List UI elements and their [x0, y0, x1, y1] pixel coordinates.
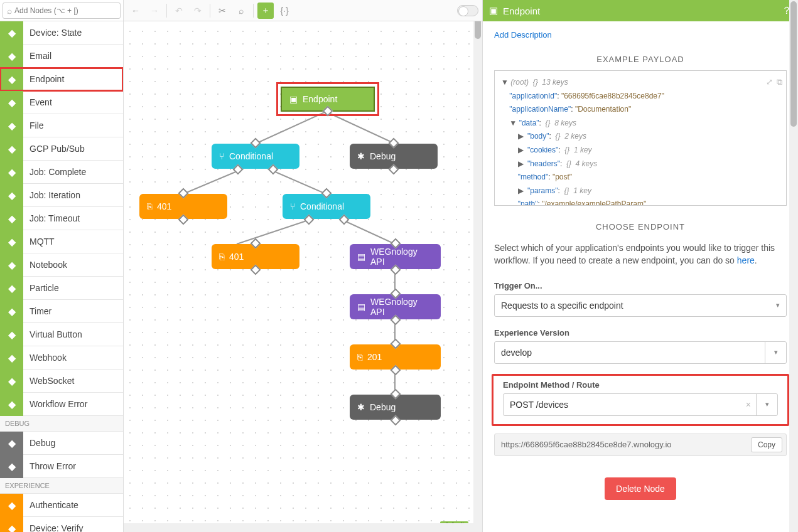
copy-icon[interactable]: ⧉ [777, 75, 782, 89]
node-search-input[interactable] [14, 6, 116, 15]
node-item-device-verify[interactable]: ◆Device: Verify [0, 517, 123, 532]
back-button[interactable]: ← [127, 3, 144, 19]
node-item-job-complete[interactable]: ◆Job: Complete [0, 161, 123, 184]
right-panel-header: ▣ Endpoint ？ [483, 0, 798, 21]
node-item-job-iteration[interactable]: ◆Job: Iteration [0, 184, 123, 207]
section-header-experience: EXPERIENCE [0, 478, 123, 494]
choose-endpoint-title: CHOOSE ENDPOINT [483, 216, 798, 238]
trigger-on-select[interactable]: Requests to a specific endpoint ▾ [494, 294, 787, 317]
node-label: Conditional [300, 201, 344, 211]
node-item-authenticate[interactable]: ◆Authenticate [0, 494, 123, 517]
chevron-down-icon: ▾ [774, 348, 778, 356]
node-icon: ◆ [0, 370, 23, 393]
node-item-gcp-pub-sub[interactable]: ◆GCP Pub/Sub [0, 137, 123, 161]
delete-node-button[interactable]: Delete Node [605, 477, 676, 500]
canvas-node-endpoint[interactable]: ▣ Endpoint [281, 87, 375, 112]
node-item-label: Virtual Button [23, 329, 82, 339]
reply-icon: ⎘ [357, 352, 362, 362]
node-icon: ◆ [0, 68, 23, 91]
node-label: WEGnology API [370, 297, 433, 317]
node-item-event[interactable]: ◆Event [0, 91, 123, 114]
node-item-label: GCP Pub/Sub [23, 144, 85, 154]
redo-button[interactable]: ↷ [190, 3, 206, 19]
node-item-debug[interactable]: ◆Debug [0, 432, 123, 455]
node-icon: ◆ [0, 91, 23, 114]
node-item-notebook[interactable]: ◆Notebook [0, 253, 123, 277]
node-item-label: Authenticate [23, 500, 78, 510]
copy-button[interactable]: Copy [751, 437, 782, 452]
node-item-websocket[interactable]: ◆WebSocket [0, 370, 123, 393]
undo-button[interactable]: ↶ [171, 3, 187, 19]
canvas-node-conditional-1[interactable]: ⑂ Conditional [212, 144, 299, 169]
node-list[interactable]: ◆Device: State◆Email◆Endpoint◆Event◆File… [0, 21, 123, 532]
node-search[interactable]: ⌕ [3, 3, 121, 19]
node-item-label: Device: Verify [23, 523, 84, 532]
experience-version-label: Experience Version [494, 328, 787, 338]
forward-button[interactable]: → [146, 3, 163, 19]
node-item-workflow-error[interactable]: ◆Workflow Error [0, 393, 123, 416]
node-label: Debug [370, 402, 396, 412]
right-panel-title: Endpoint [503, 6, 540, 16]
canvas-node-api-1[interactable]: ▤ WEGnology API [350, 244, 441, 269]
canvas-node-debug-1[interactable]: ✱ Debug [350, 144, 438, 169]
canvas-node-api-2[interactable]: ▤ WEGnology API [350, 294, 441, 319]
node-icon: ◆ [0, 432, 23, 455]
search-icon: ⌕ [7, 6, 12, 16]
endpoint-url: https://668695f6cae88b2845ce8de7.wnology… [501, 440, 751, 449]
experience-version-select[interactable]: develop ▾ [494, 341, 787, 364]
node-item-email[interactable]: ◆Email [0, 45, 123, 68]
add-description-link[interactable]: Add Description [483, 21, 798, 48]
canvas-vscroll[interactable] [473, 0, 482, 532]
node-item-particle[interactable]: ◆Particle [0, 277, 123, 300]
right-vscroll[interactable] [789, 0, 798, 532]
left-panel: ⌕ ◆Device: State◆Email◆Endpoint◆Event◆Fi… [0, 0, 124, 532]
canvas-node-conditional-2[interactable]: ⑂ Conditional [283, 194, 370, 219]
canvas-node-401a[interactable]: ⎘ 401 [139, 194, 227, 219]
payload-box[interactable]: ⤢⧉ ▼ (root) {} 13 keys "applicationId": … [494, 70, 787, 206]
here-link[interactable]: here [737, 255, 755, 265]
node-item-webhook[interactable]: ◆Webhook [0, 346, 123, 370]
canvas-node-401b[interactable]: ⎘ 401 [212, 244, 299, 269]
canvas-hscroll[interactable] [124, 523, 482, 532]
node-icon: ◆ [0, 323, 23, 346]
left-toolbar: ⌕ [0, 0, 123, 21]
node-item-device-state[interactable]: ◆Device: State [0, 21, 123, 45]
api-icon: ▤ [357, 252, 365, 262]
right-panel: ▣ Endpoint ？ Add Description EXAMPLE PAY… [482, 0, 798, 532]
clear-icon[interactable]: × [746, 400, 751, 410]
node-label: 401 [229, 252, 244, 262]
node-label: 201 [367, 352, 382, 362]
canvas[interactable]: ← → ↶ ↷ ✂ ⌕ ＋ {·} [124, 0, 482, 532]
node-item-label: Debug [23, 438, 55, 448]
endpoint-icon: ▣ [489, 5, 498, 16]
canvas-node-debug-2[interactable]: ✱ Debug [350, 395, 441, 420]
endpoint-route-select[interactable]: POST /devices × ▾ [503, 393, 778, 416]
canvas-node-201[interactable]: ⎘ 201 [350, 344, 441, 370]
trigger-on-label: Trigger On... [494, 281, 787, 290]
node-icon: ◆ [0, 455, 23, 478]
trigger-on-value: Requests to a specific endpoint [501, 301, 623, 311]
zoom-button[interactable]: ⌕ [233, 3, 249, 19]
node-label: 401 [157, 201, 171, 211]
node-item-job-timeout[interactable]: ◆Job: Timeout [0, 207, 123, 230]
node-icon: ◆ [0, 253, 23, 277]
view-toggle[interactable] [457, 5, 478, 16]
cut-button[interactable]: ✂ [214, 3, 230, 19]
node-item-endpoint[interactable]: ◆Endpoint [0, 68, 123, 91]
node-item-file[interactable]: ◆File [0, 114, 123, 137]
endpoint-icon: ▣ [289, 94, 298, 104]
node-icon: ◆ [0, 45, 23, 68]
code-button[interactable]: {·} [276, 3, 293, 19]
node-item-label: Notebook [23, 260, 67, 270]
api-icon: ▤ [357, 302, 365, 312]
add-button[interactable]: ＋ [257, 3, 274, 19]
canvas-inner[interactable]: ▣ Endpoint ⑂ Conditional ✱ Debug ⎘ 401 ⑂ [124, 21, 482, 532]
node-icon: ◆ [0, 207, 23, 230]
expand-icon[interactable]: ⤢ [766, 75, 773, 89]
bug-icon: ✱ [357, 402, 365, 412]
node-item-virtual-button[interactable]: ◆Virtual Button [0, 323, 123, 346]
node-item-timer[interactable]: ◆Timer [0, 300, 123, 323]
node-icon: ◆ [0, 300, 23, 323]
node-item-mqtt[interactable]: ◆MQTT [0, 230, 123, 253]
node-item-throw-error[interactable]: ◆Throw Error [0, 455, 123, 478]
